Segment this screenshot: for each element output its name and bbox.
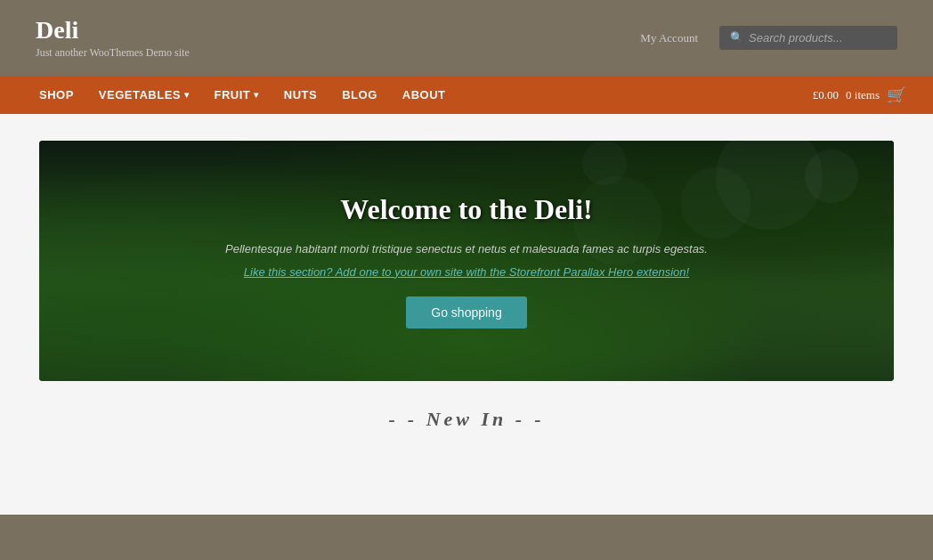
hero-banner: Welcome to the Deli! Pellentesque habita… — [39, 141, 894, 381]
nav-item-nuts[interactable]: NUTS — [272, 76, 329, 114]
nav-item-vegetables[interactable]: VEGETABLES ▾ — [86, 76, 202, 114]
new-in-section: - New In - — [36, 381, 897, 440]
search-icon: 🔍 — [730, 31, 743, 45]
site-title: Deli — [36, 16, 190, 45]
nav-cart[interactable]: £0.00 0 items 🛒 — [813, 85, 906, 105]
site-nav: SHOP VEGETABLES ▾ FRUIT ▾ NUTS BLOG ABOU… — [0, 76, 933, 114]
nav-item-fruit[interactable]: FRUIT ▾ — [202, 76, 272, 114]
storefront-link[interactable]: Storefront Parallax Hero — [509, 265, 633, 279]
chevron-down-icon: ▾ — [184, 90, 190, 100]
chevron-down-icon: ▾ — [254, 90, 259, 100]
hero-link-text: Like this section? Add one to your own s… — [244, 265, 689, 279]
nav-item-about[interactable]: ABOUT — [390, 76, 458, 114]
site-description: Just another WooThemes Demo site — [36, 46, 190, 60]
site-branding: Deli Just another WooThemes Demo site — [36, 16, 190, 60]
nav-item-blog[interactable]: BLOG — [329, 76, 390, 114]
new-in-title: - New In - — [36, 408, 897, 431]
cart-price: £0.00 — [813, 88, 839, 102]
go-shopping-button[interactable]: Go shopping — [406, 296, 526, 329]
main-content: Welcome to the Deli! Pellentesque habita… — [0, 114, 933, 515]
my-account-link[interactable]: My Account — [640, 31, 698, 45]
cart-items-count: 0 items — [846, 88, 880, 102]
nav-left: SHOP VEGETABLES ▾ FRUIT ▾ NUTS BLOG ABOU… — [27, 76, 458, 114]
nav-item-shop[interactable]: SHOP — [27, 76, 86, 114]
hero-subtitle: Pellentesque habitant morbi tristique se… — [225, 240, 708, 258]
search-input[interactable] — [749, 31, 887, 45]
hero-title: Welcome to the Deli! — [340, 193, 592, 226]
hero-overlay: Welcome to the Deli! Pellentesque habita… — [39, 141, 894, 381]
search-box: 🔍 — [719, 26, 897, 50]
site-header: Deli Just another WooThemes Demo site My… — [0, 0, 933, 76]
cart-icon: 🛒 — [887, 85, 906, 105]
header-right: My Account 🔍 — [640, 26, 897, 50]
